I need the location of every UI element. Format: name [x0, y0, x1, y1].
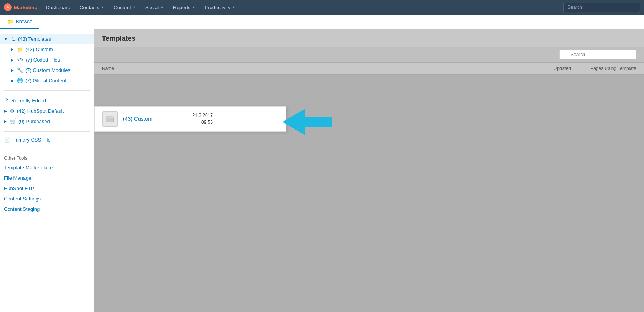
- sidebar-divider-3: [4, 148, 90, 148]
- chevron-right-icon: ▶: [11, 58, 14, 62]
- top-navigation: Marketing Dashboard Contacts ▼ Content ▼…: [0, 0, 644, 15]
- sidebar-link-hubspot-ftp[interactable]: HubSpot FTP: [0, 183, 94, 194]
- sidebar-link-content-settings[interactable]: Content Settings: [0, 194, 94, 204]
- sidebar-item-coded-files[interactable]: ▶ </> (7) Coded Files: [0, 55, 94, 65]
- nav-productivity[interactable]: Productivity ▼: [200, 0, 240, 15]
- css-icon: 📄: [4, 137, 10, 143]
- svg-marker-2: [282, 108, 332, 135]
- folder-icon: 📁: [17, 47, 23, 52]
- sidebar-item-custom-modules[interactable]: ▶ 🔧 (7) Custom Modules: [0, 65, 94, 75]
- nav-reports[interactable]: Reports ▼: [168, 0, 200, 15]
- sidebar-link-content-staging[interactable]: Content Staging: [0, 204, 94, 214]
- chevron-down-icon: ▼: [232, 5, 236, 9]
- folder-icon: 🗂: [11, 36, 16, 42]
- sidebar-item-global-content[interactable]: ▶ 🌐 (7) Global Content: [0, 75, 94, 86]
- sidebar: ▼ 🗂 (43) Templates ▶ 📁 (43) Custom ▶ </>…: [0, 29, 94, 312]
- chevron-down-icon: ▼: [192, 5, 196, 9]
- sidebar-divider-2: [4, 131, 90, 132]
- nav-content[interactable]: Content ▼: [109, 0, 140, 15]
- nav-dashboard[interactable]: Dashboard: [41, 0, 75, 15]
- brand-icon: [4, 3, 12, 11]
- sidebar-tree-section: ▼ 🗂 (43) Templates ▶ 📁 (43) Custom ▶ </>…: [0, 32, 94, 87]
- other-tools-label: Other Tools: [0, 152, 94, 162]
- col-header-pages: Pages Using Template: [571, 66, 636, 71]
- folder-icon: [102, 111, 118, 127]
- sidebar-divider: [4, 90, 90, 91]
- col-header-name: Name: [102, 66, 521, 71]
- template-name: (43) Custom: [123, 116, 193, 122]
- main-content: Templates 🔍 Name Updated Pages Using Tem…: [94, 29, 644, 312]
- main-toolbar: 🔍: [94, 47, 644, 63]
- table-header: Name Updated Pages Using Template: [94, 63, 644, 75]
- wrench-icon: 🔧: [17, 67, 23, 73]
- table-row[interactable]: (43) Custom 21.3.2017 09:56: [94, 106, 286, 132]
- sidebar-tree-root[interactable]: ▼ 🗂 (43) Templates: [0, 34, 94, 44]
- chevron-right-icon: ▶: [11, 78, 14, 83]
- hubspot-icon: ⚙: [10, 108, 15, 114]
- search-wrapper: 🔍: [559, 50, 636, 59]
- chevron-down-icon: ▼: [4, 37, 8, 41]
- chevron-right-icon: ▶: [4, 109, 7, 113]
- clock-icon: ⏱: [4, 98, 9, 103]
- nav-contacts[interactable]: Contacts ▼: [75, 0, 109, 15]
- chevron-right-icon: ▶: [11, 68, 14, 72]
- globe-icon: 🌐: [17, 78, 23, 83]
- sidebar-link-template-marketplace[interactable]: Template Marketplace: [0, 162, 94, 173]
- sidebar-item-custom[interactable]: ▶ 📁 (43) Custom: [0, 44, 94, 55]
- chevron-right-icon: ▶: [4, 119, 7, 123]
- annotation-arrow: [282, 108, 332, 137]
- sidebar-item-recently-edited[interactable]: ⏱ Recently Edited: [0, 95, 94, 106]
- code-icon: </>: [17, 57, 23, 63]
- sidebar-item-hubspot-default[interactable]: ▶ ⚙ (42) HubSpot Default: [0, 106, 94, 116]
- chevron-down-icon: ▼: [133, 5, 136, 9]
- template-updated: 21.3.2017 09:56: [193, 112, 213, 126]
- main-header: Templates: [94, 29, 644, 47]
- global-search-input[interactable]: [563, 3, 640, 12]
- folder-icon: 📁: [7, 18, 13, 25]
- col-header-updated: Updated: [521, 66, 571, 71]
- svg-point-0: [7, 6, 9, 8]
- main-layout: ▼ 🗂 (43) Templates ▶ 📁 (43) Custom ▶ </>…: [0, 29, 644, 312]
- sidebar-link-file-manager[interactable]: File Manager: [0, 173, 94, 183]
- brand-name: Marketing: [14, 5, 37, 10]
- table-body: (43) Custom 21.3.2017 09:56: [94, 75, 644, 312]
- tab-browse[interactable]: 📁 Browse: [0, 15, 39, 29]
- brand-logo[interactable]: Marketing: [4, 3, 37, 11]
- sub-navigation: 📁 Browse: [0, 15, 644, 29]
- chevron-down-icon: ▼: [101, 5, 104, 9]
- page-title: Templates: [102, 35, 136, 42]
- sidebar-other-section: ⏱ Recently Edited ▶ ⚙ (42) HubSpot Defau…: [0, 94, 94, 128]
- chevron-down-icon: ▼: [160, 5, 164, 9]
- chevron-right-icon: ▶: [11, 47, 14, 52]
- cart-icon: 🛒: [10, 118, 16, 124]
- nav-social[interactable]: Social ▼: [141, 0, 168, 15]
- sidebar-item-primary-css[interactable]: 📄 Primary CSS File: [0, 135, 94, 145]
- nav-items: Dashboard Contacts ▼ Content ▼ Social ▼ …: [41, 0, 563, 15]
- sidebar-item-purchased[interactable]: ▶ 🛒 (0) Purchased: [0, 116, 94, 127]
- template-search-input[interactable]: [559, 50, 636, 59]
